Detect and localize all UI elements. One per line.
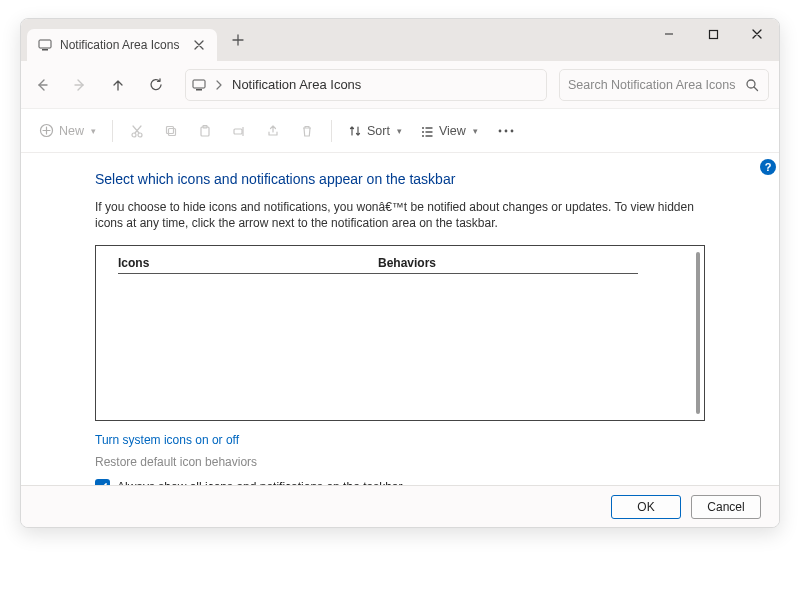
svg-rect-1 [42, 49, 48, 51]
search-input[interactable]: Search Notification Area Icons [559, 69, 769, 101]
active-tab[interactable]: Notification Area Icons [27, 29, 217, 61]
toolbar-separator [331, 120, 332, 142]
ok-button[interactable]: OK [611, 495, 681, 519]
svg-rect-0 [39, 40, 51, 48]
page-heading: Select which icons and notifications app… [95, 171, 705, 187]
search-icon [744, 77, 760, 93]
icons-listbox[interactable]: Icons Behaviors [95, 245, 705, 421]
dialog-footer: OK Cancel [21, 485, 779, 527]
svg-point-19 [510, 129, 513, 132]
svg-point-17 [498, 129, 501, 132]
content-area: ? Select which icons and notifications a… [21, 153, 779, 485]
chevron-down-icon: ▾ [91, 126, 96, 136]
svg-point-8 [138, 133, 142, 137]
sort-button[interactable]: Sort ▾ [340, 116, 410, 146]
toolbar-separator [112, 120, 113, 142]
close-window-button[interactable] [735, 19, 779, 49]
cancel-button[interactable]: Cancel [691, 495, 761, 519]
window-controls [647, 19, 779, 61]
breadcrumb-bar[interactable]: Notification Area Icons [185, 69, 547, 101]
list-headers: Icons Behaviors [118, 256, 638, 274]
always-show-checkbox[interactable] [95, 479, 110, 485]
nav-refresh-button[interactable] [139, 68, 173, 102]
nav-back-button[interactable] [25, 68, 59, 102]
svg-rect-9 [169, 128, 176, 135]
help-icon[interactable]: ? [760, 159, 776, 175]
new-tab-button[interactable] [225, 27, 251, 53]
page-description: If you choose to hide icons and notifica… [95, 199, 705, 231]
paste-button[interactable] [189, 116, 221, 146]
control-panel-icon [37, 37, 53, 53]
address-bar: Notification Area Icons Search Notificat… [21, 61, 779, 109]
svg-rect-4 [196, 89, 202, 91]
more-options-button[interactable] [488, 116, 524, 146]
restore-defaults-link[interactable]: Restore default icon behaviors [95, 455, 705, 469]
location-icon [192, 79, 206, 91]
nav-forward-button[interactable] [63, 68, 97, 102]
always-show-label: Always show all icons and notifications … [117, 480, 403, 485]
nav-up-button[interactable] [101, 68, 135, 102]
chevron-down-icon: ▾ [473, 126, 478, 136]
svg-point-18 [504, 129, 507, 132]
copy-button[interactable] [155, 116, 187, 146]
svg-point-14 [422, 127, 424, 129]
explorer-window: Notification Area Icons [20, 18, 780, 528]
breadcrumb-current[interactable]: Notification Area Icons [232, 77, 361, 92]
view-button-label: View [439, 124, 466, 138]
svg-rect-3 [193, 80, 205, 88]
rename-button[interactable] [223, 116, 255, 146]
close-tab-button[interactable] [191, 37, 207, 53]
minimize-button[interactable] [647, 19, 691, 49]
cut-button[interactable] [121, 116, 153, 146]
svg-point-7 [132, 133, 136, 137]
always-show-row: Always show all icons and notifications … [95, 479, 705, 485]
sort-button-label: Sort [367, 124, 390, 138]
link-system-icons[interactable]: Turn system icons on or off [95, 433, 239, 447]
chevron-right-icon [212, 80, 226, 90]
search-placeholder: Search Notification Area Icons [568, 78, 744, 92]
scrollbar[interactable] [696, 252, 700, 414]
control-panel-body: Select which icons and notifications app… [21, 153, 779, 485]
svg-rect-10 [167, 126, 174, 133]
titlebar: Notification Area Icons [21, 19, 779, 61]
command-toolbar: New ▾ Sort ▾ View ▾ [21, 109, 779, 153]
new-button-label: New [59, 124, 84, 138]
svg-rect-2 [709, 30, 717, 38]
svg-point-16 [422, 135, 424, 137]
svg-rect-13 [234, 129, 242, 134]
tab-title: Notification Area Icons [60, 38, 191, 52]
new-button[interactable]: New ▾ [31, 116, 104, 146]
maximize-button[interactable] [691, 19, 735, 49]
share-button[interactable] [257, 116, 289, 146]
column-behaviors: Behaviors [378, 256, 638, 270]
column-icons: Icons [118, 256, 378, 270]
view-button[interactable]: View ▾ [412, 116, 486, 146]
chevron-down-icon: ▾ [397, 126, 402, 136]
svg-point-15 [422, 131, 424, 133]
delete-button[interactable] [291, 116, 323, 146]
